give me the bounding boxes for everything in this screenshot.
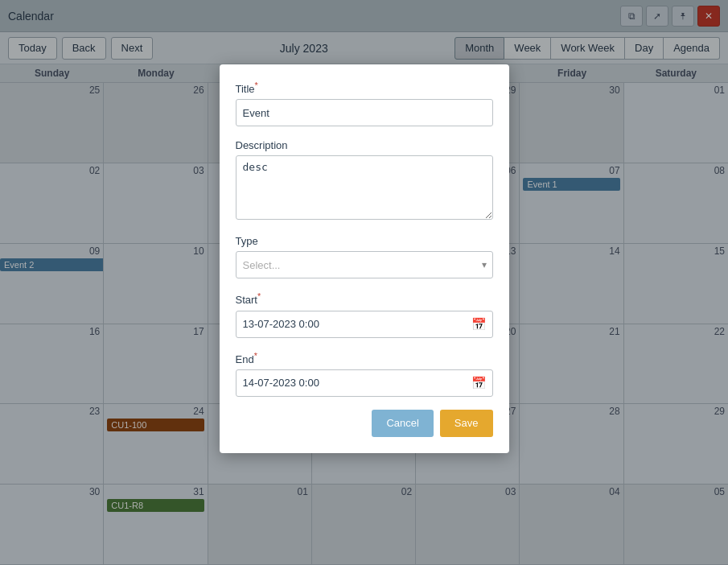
save-button[interactable]: Save: [440, 410, 493, 437]
modal-overlay: Title* Description desc Type Select... ▾…: [0, 0, 728, 565]
end-label: End*: [236, 351, 493, 365]
description-textarea[interactable]: desc: [236, 155, 493, 220]
type-form-group: Type Select... ▾: [236, 235, 493, 278]
calendar-icon[interactable]: 📅: [471, 376, 487, 390]
calendar-icon[interactable]: 📅: [471, 317, 487, 332]
event-modal: Title* Description desc Type Select... ▾…: [220, 64, 509, 453]
title-label: Title*: [236, 80, 493, 95]
end-datetime-input[interactable]: [236, 369, 493, 397]
start-datetime-wrapper: 📅: [236, 311, 493, 338]
title-input[interactable]: [236, 99, 493, 126]
end-datetime-wrapper: 📅: [236, 369, 493, 397]
description-form-group: Description desc: [236, 139, 493, 222]
description-label: Description: [236, 139, 493, 151]
title-form-group: Title*: [236, 80, 493, 126]
start-label: Start*: [236, 291, 493, 306]
end-form-group: End* 📅: [236, 351, 493, 397]
start-datetime-input[interactable]: [236, 311, 493, 338]
cancel-button[interactable]: Cancel: [372, 410, 433, 437]
type-select[interactable]: Select...: [236, 251, 493, 278]
type-label: Type: [236, 235, 493, 247]
modal-footer: Cancel Save: [236, 410, 493, 437]
start-form-group: Start* 📅: [236, 291, 493, 337]
type-select-wrapper: Select... ▾: [236, 251, 493, 278]
